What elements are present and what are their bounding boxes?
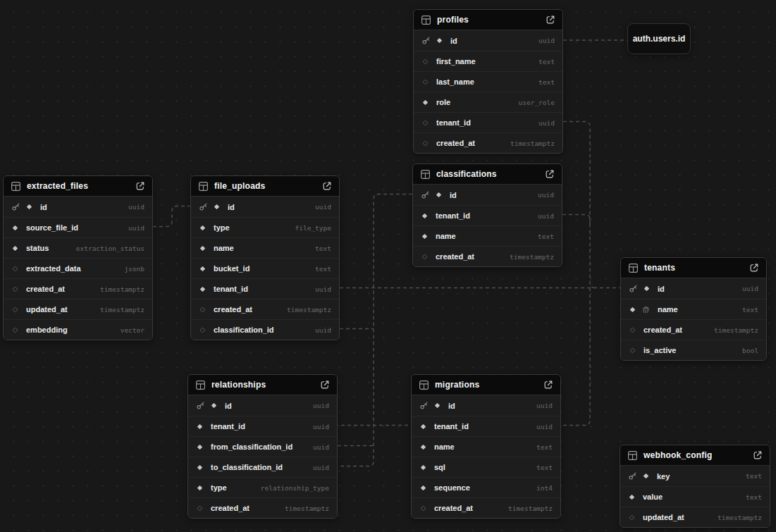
external-link-icon[interactable] — [320, 380, 330, 390]
external-link-icon[interactable] — [545, 169, 555, 179]
external-ref-node-auth-users-id[interactable]: auth.users.id — [627, 23, 691, 54]
column-name: embedding — [26, 326, 68, 334]
schema-diagram-canvas[interactable]: profilesiduuidfirst_nametextlast_nametex… — [0, 0, 776, 532]
column-row[interactable]: nametext — [621, 299, 766, 319]
column-type: text — [315, 245, 331, 252]
not-null-diamond-icon — [421, 212, 429, 220]
table-header[interactable]: file_uploads — [191, 176, 339, 197]
primary-key-icon — [196, 401, 205, 410]
table-header[interactable]: extracted_files — [4, 176, 152, 197]
column-name: created_at — [436, 139, 475, 147]
not-null-diamond-icon — [25, 203, 33, 211]
not-null-diamond-icon — [210, 402, 218, 409]
column-type: extraction_status — [76, 245, 144, 252]
column-row[interactable]: created_attimestamptz — [414, 132, 562, 153]
primary-key-icon — [629, 284, 638, 293]
column-row[interactable]: typerelationship_type — [188, 477, 337, 497]
table-node-tenants[interactable]: tenantsiduuidnametextcreated_attimestamp… — [620, 257, 767, 361]
column-row[interactable]: is_activebool — [621, 340, 766, 360]
column-name: updated_at — [643, 513, 684, 521]
column-row[interactable]: created_attimestamptz — [412, 497, 560, 518]
column-row[interactable]: created_attimestamptz — [4, 278, 152, 299]
nullable-diamond-icon — [199, 326, 207, 334]
column-row[interactable]: nametext — [412, 436, 560, 457]
column-row[interactable]: updated_attimestamptz — [4, 299, 152, 319]
column-row[interactable]: last_nametext — [414, 71, 562, 92]
column-row[interactable]: iduuid — [4, 197, 152, 217]
column-row[interactable]: from_classification_iduuid — [188, 436, 337, 457]
table-node-file_uploads[interactable]: file_uploadsiduuidtypefile_typenametextb… — [190, 175, 340, 340]
column-row[interactable]: iduuid — [413, 185, 562, 205]
table-header[interactable]: profiles — [414, 10, 562, 30]
column-row[interactable]: nametext — [413, 225, 562, 246]
column-row[interactable]: created_attimestamptz — [188, 497, 337, 518]
column-name: tenant_id — [211, 422, 245, 431]
column-row[interactable]: sequenceint4 — [412, 477, 560, 497]
column-row[interactable]: tenant_iduuid — [191, 278, 339, 299]
column-row[interactable]: updated_attimestamptz — [620, 507, 770, 527]
column-row[interactable]: keytext — [620, 466, 770, 486]
column-row[interactable]: tenant_iduuid — [414, 112, 562, 132]
table-node-profiles[interactable]: profilesiduuidfirst_nametextlast_nametex… — [413, 9, 563, 154]
column-name: sequence — [434, 483, 470, 492]
nullable-diamond-icon — [628, 514, 636, 521]
table-node-classifications[interactable]: classificationsiduuidtenant_iduuidnamete… — [412, 163, 562, 267]
column-type: uuid — [313, 423, 329, 431]
not-null-diamond-icon — [419, 423, 427, 431]
column-row[interactable]: source_file_iduuid — [4, 217, 152, 237]
column-row[interactable]: bucket_idtext — [191, 258, 339, 278]
column-name: id — [450, 191, 457, 199]
column-row[interactable]: tenant_iduuid — [413, 205, 562, 225]
external-link-icon[interactable] — [135, 181, 145, 191]
table-node-webhook_config[interactable]: webhook_configkeytextvaluetextupdated_at… — [620, 445, 770, 528]
nullable-diamond-icon — [419, 505, 427, 512]
column-row[interactable]: extracted_datajsonb — [4, 258, 152, 278]
table-icon — [195, 380, 206, 390]
table-node-relationships[interactable]: relationshipsiduuidtenant_iduuidfrom_cla… — [187, 374, 338, 519]
column-row[interactable]: to_classification_iduuid — [188, 457, 337, 477]
column-row[interactable]: roleuser_role — [414, 92, 562, 112]
column-row[interactable]: tenant_iduuid — [412, 416, 560, 436]
table-title: tenants — [644, 263, 744, 273]
column-type: text — [315, 265, 331, 273]
table-header[interactable]: tenants — [621, 258, 766, 278]
table-header[interactable]: relationships — [188, 375, 337, 395]
table-title: extracted_files — [27, 181, 130, 191]
column-row[interactable]: first_nametext — [414, 51, 562, 71]
column-row[interactable]: iduuid — [621, 278, 766, 299]
not-null-diamond-icon — [11, 224, 19, 232]
table-node-migrations[interactable]: migrationsiduuidtenant_iduuidnametextsql… — [411, 374, 561, 519]
column-row[interactable]: created_attimestamptz — [413, 246, 562, 266]
external-link-icon[interactable] — [546, 15, 555, 25]
external-link-icon[interactable] — [753, 450, 763, 460]
column-row[interactable]: valuetext — [620, 486, 770, 507]
table-node-extracted_files[interactable]: extracted_filesiduuidsource_file_iduuids… — [3, 175, 153, 340]
external-link-icon[interactable] — [322, 181, 332, 191]
column-type: text — [538, 58, 555, 66]
external-link-icon[interactable] — [749, 263, 759, 273]
column-row[interactable]: nametext — [191, 237, 339, 258]
column-row[interactable]: classification_iduuid — [191, 319, 339, 340]
column-type: uuid — [313, 402, 329, 409]
not-null-diamond-icon — [642, 472, 650, 480]
column-row[interactable]: iduuid — [191, 197, 339, 217]
column-row[interactable]: created_attimestamptz — [621, 319, 766, 340]
column-row[interactable]: sqltext — [412, 457, 560, 477]
not-null-diamond-icon — [199, 224, 207, 232]
table-header[interactable]: webhook_config — [620, 445, 770, 466]
unique-fingerprint-icon — [641, 305, 651, 314]
column-row[interactable]: created_attimestamptz — [191, 299, 339, 319]
column-row[interactable]: embeddingvector — [4, 319, 152, 340]
column-row[interactable]: typefile_type — [191, 217, 339, 237]
column-row[interactable]: iduuid — [188, 395, 337, 416]
column-name: created_at — [434, 504, 473, 512]
column-row[interactable]: iduuid — [414, 30, 562, 51]
external-link-icon[interactable] — [543, 380, 553, 390]
column-row[interactable]: tenant_iduuid — [188, 416, 337, 436]
table-header[interactable]: migrations — [412, 375, 560, 395]
column-type: uuid — [315, 326, 331, 334]
table-header[interactable]: classifications — [413, 164, 562, 185]
column-row[interactable]: statusextraction_status — [4, 237, 152, 258]
nullable-diamond-icon — [421, 78, 429, 86]
column-row[interactable]: iduuid — [412, 395, 560, 416]
